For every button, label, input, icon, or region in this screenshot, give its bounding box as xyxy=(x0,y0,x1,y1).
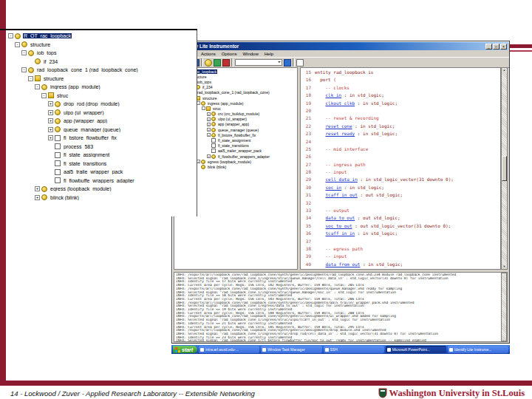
expander-icon[interactable]: + xyxy=(207,117,211,121)
box-icon xyxy=(55,152,61,158)
tree-item[interactable]: + fl_bstore_flowbuffer_fix xyxy=(8,134,197,143)
signal-link[interactable]: soc_to_out xyxy=(325,223,352,228)
expander-icon[interactable] xyxy=(207,139,211,143)
expander-icon[interactable]: - xyxy=(15,42,20,47)
expander-icon[interactable]: - xyxy=(41,93,47,98)
tree-item[interactable]: process_583 xyxy=(8,143,197,151)
start-button[interactable]: start xyxy=(173,346,197,353)
expander-icon[interactable]: + xyxy=(48,101,53,106)
sample-signal-icon[interactable] xyxy=(214,59,221,66)
window-titlebar[interactable]: Identify Lite Instrumentor _ □ × xyxy=(173,42,508,50)
expander-icon[interactable] xyxy=(48,169,53,174)
expander-icon[interactable]: + xyxy=(207,154,211,158)
line-number: 15 xyxy=(301,69,311,76)
instrument-icon[interactable] xyxy=(205,59,212,66)
line-number: 21 xyxy=(301,115,311,122)
menu-item[interactable]: Options xyxy=(222,52,237,56)
taskbar-task[interactable]: Identify Lite Instrume... xyxy=(448,346,508,353)
expander-icon[interactable]: - xyxy=(21,50,27,55)
expander-icon[interactable]: - xyxy=(202,106,205,110)
tree-item[interactable]: + blinck (blink) xyxy=(8,194,197,202)
taskbar-task[interactable]: Microsoft PowerPoint... xyxy=(386,346,446,353)
tree-item[interactable]: + app (wrapper_app) xyxy=(8,117,197,126)
tree-item[interactable]: if_234 xyxy=(8,58,197,66)
scroll-thumb[interactable] xyxy=(502,156,507,181)
signal-link[interactable]: soc_in xyxy=(325,185,341,190)
inst-icon xyxy=(201,165,205,169)
tree-item[interactable]: - ingress (app_module) xyxy=(8,83,197,92)
tree-item[interactable]: - iob_tops xyxy=(8,49,197,58)
box-icon xyxy=(55,169,61,175)
run-icon[interactable] xyxy=(284,59,291,66)
taskbar-task[interactable]: SSH xyxy=(324,346,384,353)
signal-link[interactable]: clkout_clkb xyxy=(325,100,355,106)
tree-item[interactable]: + queue_manager (queue) xyxy=(8,126,197,134)
expander-icon[interactable]: - xyxy=(21,67,27,72)
expander-icon[interactable] xyxy=(48,161,53,166)
university-logo-text: Washington University in St.Louis xyxy=(389,388,525,399)
tree-item[interactable]: + egress (loopback_module) xyxy=(8,185,197,194)
tree-item[interactable]: fl_state_transitions xyxy=(8,160,197,168)
inst-icon xyxy=(15,33,21,39)
tree-item[interactable]: fl_flowbuffe_wrappers_adapter xyxy=(8,177,197,185)
expander-icon[interactable]: + xyxy=(207,112,211,116)
scroll-up-icon[interactable]: ▲ xyxy=(503,68,506,72)
taskbar-task[interactable]: Window Task Manager xyxy=(261,346,321,353)
code-scrollbar[interactable]: ▲ ▼ xyxy=(501,67,508,270)
expander-icon[interactable]: - xyxy=(35,84,40,89)
expander-icon[interactable] xyxy=(207,149,211,153)
separator-icon[interactable] xyxy=(293,58,295,66)
scroll-down-icon[interactable]: ▼ xyxy=(503,265,506,269)
code-line: 21 -- reset & recording xyxy=(301,115,500,122)
tree-item[interactable]: - R_OT_rac_loopback xyxy=(8,32,197,41)
menu-item[interactable]: Window xyxy=(242,52,258,56)
signal-link[interactable]: cell_data_in xyxy=(325,177,357,182)
expander-icon[interactable]: + xyxy=(48,110,53,115)
close-icon[interactable]: × xyxy=(500,44,507,50)
trigger-signal-icon[interactable] xyxy=(222,59,230,66)
signal-link[interactable]: data_from_out xyxy=(325,262,360,267)
separator-icon[interactable] xyxy=(231,58,233,66)
task-icon xyxy=(387,348,391,352)
help-icon[interactable] xyxy=(296,59,304,66)
expander-icon[interactable]: + xyxy=(207,123,211,126)
expander-icon[interactable]: + xyxy=(207,133,211,137)
expander-icon[interactable]: + xyxy=(35,195,40,200)
tree-item[interactable]: - structure xyxy=(8,75,197,83)
tree-item[interactable]: + ulpo (ul_wrapper) xyxy=(8,109,197,117)
expander-icon[interactable] xyxy=(28,59,33,64)
expander-icon[interactable]: + xyxy=(48,135,53,140)
signal-link[interactable]: tcaff_in_out xyxy=(325,192,357,197)
console-scrollbar[interactable] xyxy=(501,273,507,341)
inst-icon xyxy=(211,112,216,116)
signal-link[interactable]: tcaff_in_in xyxy=(325,231,355,236)
expander-icon[interactable]: + xyxy=(207,128,211,132)
tree-item[interactable]: fl_state_assignment xyxy=(8,151,197,160)
signal-link[interactable]: data_to_out xyxy=(325,215,355,220)
menu-item[interactable]: Help xyxy=(265,52,273,56)
maximize-icon[interactable]: □ xyxy=(493,44,499,50)
taskbar-task[interactable]: intra.arl.wustl.edu-... xyxy=(199,346,259,353)
expander-icon[interactable] xyxy=(48,152,53,157)
device-combo-icon[interactable] xyxy=(235,59,282,66)
tree-item[interactable]: - structure xyxy=(8,41,197,50)
expander-icon[interactable]: - xyxy=(8,33,13,38)
tree-item[interactable]: + drop_rod (drop_module) xyxy=(8,100,197,109)
minimize-icon[interactable]: _ xyxy=(485,44,492,50)
expander-icon[interactable] xyxy=(207,144,211,148)
tree-item[interactable]: - struc xyxy=(8,92,197,100)
tree-item[interactable]: aal5_traile_wrapper_pack xyxy=(8,168,197,177)
signal-link[interactable]: reset_ready xyxy=(325,131,355,136)
line-number: 24 xyxy=(301,138,311,146)
menu-item[interactable]: Actions xyxy=(201,52,216,56)
expander-icon[interactable]: + xyxy=(35,186,40,191)
tree-item[interactable]: - rad_loopback_cone_1 (rad_loopback_cone… xyxy=(8,66,197,75)
expander-icon[interactable] xyxy=(48,178,53,183)
separator-icon[interactable] xyxy=(201,58,203,66)
signal-link[interactable]: clk_in xyxy=(325,92,341,98)
expander-icon[interactable]: + xyxy=(48,118,53,123)
expander-icon[interactable]: - xyxy=(28,76,33,81)
expander-icon[interactable]: + xyxy=(48,127,53,132)
expander-icon[interactable] xyxy=(48,144,53,149)
signal-link[interactable]: reset_cone xyxy=(325,123,352,129)
